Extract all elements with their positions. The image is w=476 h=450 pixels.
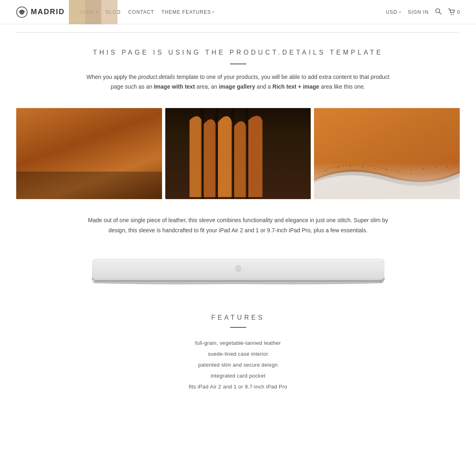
search-icon[interactable] (435, 8, 442, 16)
cart-icon (448, 8, 455, 16)
cart-count: 0 (457, 9, 460, 15)
logo[interactable]: MADRID (16, 6, 65, 18)
gallery-image-3 (314, 108, 460, 199)
svg-point-21 (362, 167, 363, 168)
features-list: full-grain, vegetable-tanned leather sue… (16, 340, 460, 390)
svg-rect-10 (201, 108, 204, 199)
svg-rect-13 (245, 108, 248, 199)
nav-shop[interactable]: SHOP ▾ (77, 8, 101, 17)
product-description: Made out of one single piece of leather,… (84, 215, 392, 236)
nav-theme-features[interactable]: THEME FEATURES ▾ (159, 8, 217, 17)
features-title: FEATURES (16, 314, 460, 321)
feature-item-3: patented slim and secure deisgn (16, 362, 460, 368)
features-section: FEATURES full-grain, vegetable-tanned le… (16, 314, 460, 390)
nav-contact[interactable]: CONTACT (126, 8, 156, 17)
svg-point-25 (411, 169, 412, 170)
svg-point-18 (326, 170, 327, 171)
shop-chevron-icon: ▾ (96, 10, 98, 14)
currency-selector[interactable]: USD ▾ (386, 9, 401, 15)
feature-item-4: integrated card pocket (16, 373, 460, 379)
laptop-container (16, 252, 460, 294)
main-nav: SHOP ▾ BLOG CONTACT THEME FEATURES ▾ (77, 8, 217, 17)
svg-point-23 (386, 169, 388, 170)
nav-blog[interactable]: BLOG (103, 8, 123, 17)
laptop-image (80, 252, 396, 294)
svg-rect-12 (231, 108, 234, 199)
page-description: When you apply the product.details templ… (80, 72, 396, 92)
svg-point-24 (399, 170, 400, 171)
svg-point-5 (453, 14, 454, 15)
svg-point-27 (435, 167, 436, 168)
cart-button[interactable]: 0 (448, 8, 460, 16)
feature-item-2: suede-lined case interior (16, 351, 460, 357)
feature-item-1: full-grain, vegetable-tanned leather (16, 340, 460, 346)
header-right: USD ▾ SIGN IN 0 (386, 8, 460, 16)
main-content: THIS PAGE IS USING THE PRODUCT.DETAILS T… (0, 33, 476, 414)
svg-point-28 (447, 166, 448, 167)
feature-item-5: fits iPad Air 2 and 1 or 9.7-inch iPad P… (16, 384, 460, 390)
svg-line-3 (440, 12, 442, 14)
logo-text: MADRID (31, 8, 65, 16)
svg-line-7 (24, 134, 154, 149)
header-left: MADRID SHOP ▾ BLOG CONTACT THEME FEATURE… (16, 6, 217, 18)
image-gallery (16, 108, 460, 199)
svg-rect-6 (16, 108, 162, 199)
currency-chevron-icon: ▾ (399, 10, 401, 14)
svg-point-19 (338, 167, 339, 168)
svg-point-26 (423, 168, 424, 169)
gallery-image-1 (16, 108, 162, 199)
title-divider (230, 64, 246, 64)
svg-point-31 (235, 265, 241, 272)
gallery-image-2 (165, 108, 311, 199)
page-heading-section: THIS PAGE IS USING THE PRODUCT.DETAILS T… (16, 49, 460, 92)
features-divider (230, 327, 246, 328)
svg-rect-8 (16, 177, 162, 199)
logo-icon (16, 6, 28, 18)
svg-point-4 (451, 14, 452, 15)
page-title: THIS PAGE IS USING THE PRODUCT.DETAILS T… (16, 49, 460, 56)
sign-in-button[interactable]: SIGN IN (408, 9, 429, 15)
svg-point-20 (350, 165, 351, 166)
features-chevron-icon: ▾ (212, 10, 215, 14)
site-header: MADRID SHOP ▾ BLOG CONTACT THEME FEATURE… (0, 0, 476, 24)
svg-rect-11 (215, 108, 218, 199)
svg-point-22 (374, 168, 376, 169)
